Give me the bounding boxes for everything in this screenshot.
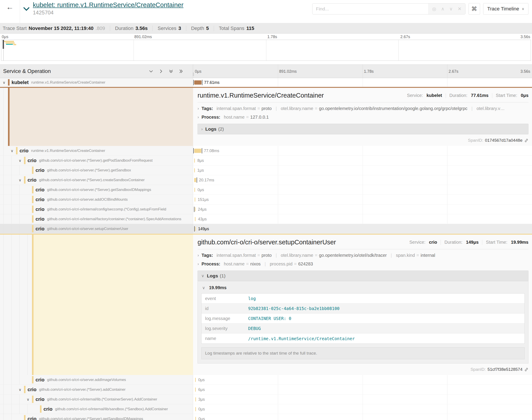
logs-accordion[interactable]: ∨ Logs (1) [198,270,529,281]
expand-all-icon[interactable] [179,69,183,73]
span-row-timeline[interactable]: 0μs [193,414,532,420]
span-row[interactable]: criogithub.com/cri-o/cri-o/internal/fact… [0,214,532,224]
span-row[interactable]: criogithub.com/cri-o/cri-o/server.(*Serv… [0,414,532,420]
span-row[interactable]: criogithub.com/cri-o/cri-o/server.addIma… [0,375,532,385]
span-row-name[interactable]: ∨criogithub.com/cri-o/cri-o/server.(*Ser… [0,385,193,394]
span-row[interactable]: ∨crioruntime.v1.RuntimeService/CreateCon… [0,146,532,156]
log-entry-toggle[interactable]: ∨ 19.99ms [202,285,525,290]
span-row-timeline[interactable]: 77.61ms [193,78,532,87]
span-duration-bar[interactable] [195,387,196,392]
logs-accordion[interactable]: › Logs (2) [198,124,529,134]
service-color-bar [32,196,33,203]
span-row[interactable]: criogithub.com/cri-o/cri-o/internal/conf… [0,204,532,214]
span-row-name[interactable]: criogithub.com/cri-o/cri-o/server.(*Serv… [0,414,193,420]
span-row-timeline[interactable]: 1μs [193,165,532,175]
span-row-name[interactable]: ∨crioruntime.v1.RuntimeService/CreateCon… [0,146,193,156]
span-row-name[interactable]: ∨kubeletruntime.v1.RuntimeService/Create… [0,78,193,87]
chevron-down-icon[interactable]: ∨ [27,397,29,402]
span-row-timeline[interactable]: 77.08ms [193,146,532,156]
span-row-name[interactable]: criogithub.com/cri-o/cri-o/server.(*Serv… [0,185,193,195]
meta-value: 115 [246,26,254,31]
span-row-timeline[interactable]: 151μs [193,195,532,204]
span-row-name[interactable]: criogithub.com/cri-o/cri-o/server.(*Serv… [0,165,193,175]
span-row-timeline[interactable]: 3μs [193,394,532,404]
span-duration-bar[interactable] [195,207,196,211]
keyboard-shortcuts-button[interactable]: ⌘ [469,3,480,15]
span-row[interactable]: ∨kubeletruntime.v1.RuntimeService/Create… [0,78,532,87]
span-duration-bar[interactable] [195,197,195,202]
span-row[interactable]: criogithub.com/cri-o/cri-o/server.setupC… [0,224,532,234]
tags-accordion[interactable]: › Tags: internal.span.format=proto|otel.… [198,253,529,258]
start-time-label: Start Time: [486,240,507,245]
kv-value: proto [262,253,272,258]
view-selector-dropdown[interactable]: Trace Timeline ∨ [483,3,529,15]
span-row-timeline[interactable]: 43μs [193,214,532,224]
span-duration-bar[interactable] [195,417,196,420]
chevron-down-icon[interactable]: ∨ [19,387,21,392]
trace-header-collapse-toggle[interactable] [23,7,30,23]
chevron-down-icon[interactable]: ∨ [3,80,5,85]
span-duration-bar[interactable] [194,168,195,172]
span-duration-bar[interactable] [194,158,195,163]
span-row-timeline[interactable]: 0μs [193,404,532,414]
span-duration-label: 0μs [198,417,205,420]
find-prev-icon[interactable]: ∧ [441,6,444,12]
span-row[interactable]: criogithub.com/cri-o/cri-o/internal/lib/… [0,404,532,414]
chevron-down-icon[interactable]: ∨ [11,148,13,153]
span-duration-bar[interactable] [195,397,196,401]
span-duration-bar[interactable] [194,149,201,153]
locate-span-icon[interactable]: ◎ [432,6,436,12]
span-row-timeline[interactable]: 24μs [193,204,532,214]
copy-link-icon[interactable] [524,367,529,372]
process-accordion[interactable]: › Process: host.name=nixos|process.pid=6… [198,261,529,267]
find-next-icon[interactable]: ∨ [449,6,453,12]
span-duration-bar[interactable] [194,178,196,182]
span-row[interactable]: criogithub.com/cri-o/cri-o/server.(*Serv… [0,165,532,175]
span-row[interactable]: ∨criogithub.com/cri-o/cri-o/server.(*Ser… [0,175,532,185]
collapse-all-icon[interactable] [169,69,173,73]
span-row-timeline[interactable]: 149μs [193,224,532,234]
tags-accordion[interactable]: › Tags: internal.span.format=proto|otel.… [198,106,529,111]
span-duration-bar[interactable] [194,80,202,85]
copy-link-icon[interactable] [524,138,529,143]
span-row-timeline[interactable]: 20.17ms [193,175,532,185]
expand-one-icon[interactable] [159,69,163,73]
trace-minimap[interactable] [1,40,531,61]
span-row-name[interactable]: criogithub.com/cri-o/cri-o/server.addOCI… [0,195,193,204]
span-row[interactable]: ∨criogithub.com/cri-o/cri-o/internal/lib… [0,394,532,404]
span-duration-bar[interactable] [194,188,195,192]
span-row[interactable]: criogithub.com/cri-o/cri-o/server.(*Serv… [0,185,532,195]
span-row[interactable]: ∨criogithub.com/cri-o/cri-o/server.(*Ser… [0,385,532,394]
process-accordion[interactable]: › Process: host.name=127.0.0.1 [198,115,529,120]
meta-item: Total Spans115 [219,26,254,31]
span-row-timeline[interactable]: 0μs [193,185,532,195]
chevron-down-icon[interactable]: ∨ [19,158,21,163]
span-row-timeline[interactable]: 6μs [193,385,532,394]
minimap-drag-handle[interactable] [3,40,4,49]
span-row[interactable]: criogithub.com/cri-o/cri-o/server.addOCI… [0,195,532,204]
span-row-name[interactable]: ∨criogithub.com/cri-o/cri-o/server.(*Ser… [0,156,193,165]
span-row-name[interactable]: criogithub.com/cri-o/cri-o/internal/fact… [0,214,193,224]
span-duration-bar[interactable] [195,407,196,411]
span-duration-bar[interactable] [195,217,196,221]
span-row-name[interactable]: criogithub.com/cri-o/cri-o/server.addIma… [0,375,193,385]
kv-pair: span.kind=internal [396,253,435,258]
span-row-name[interactable]: ∨criogithub.com/cri-o/cri-o/internal/lib… [0,394,193,404]
span-row-timeline[interactable]: 0μs [193,375,532,385]
chevron-down-icon[interactable]: ∨ [19,178,21,182]
trace-title-link[interactable]: kubelet: runtime.v1.RuntimeService/Creat… [33,1,184,9]
span-row-name[interactable]: criogithub.com/cri-o/cri-o/internal/lib/… [0,404,193,414]
span-row-name[interactable]: criogithub.com/cri-o/cri-o/server.setupC… [0,224,193,234]
chevron-right-icon: › [198,106,199,111]
span-row-name[interactable]: ∨criogithub.com/cri-o/cri-o/server.(*Ser… [0,175,193,185]
span-row[interactable]: ∨criogithub.com/cri-o/cri-o/server.(*Ser… [0,156,532,165]
span-row-timeline[interactable]: 8μs [193,156,532,165]
collapse-one-icon[interactable] [149,69,153,73]
back-button[interactable]: ← [0,0,20,23]
span-row-name[interactable]: criogithub.com/cri-o/cri-o/internal/conf… [0,204,193,214]
find-input[interactable] [313,3,428,14]
span-duration-bar[interactable] [195,378,196,382]
span-duration-bar[interactable] [195,227,196,231]
span-duration-label: 6μs [198,387,205,392]
find-clear-icon[interactable]: ✕ [458,6,462,12]
